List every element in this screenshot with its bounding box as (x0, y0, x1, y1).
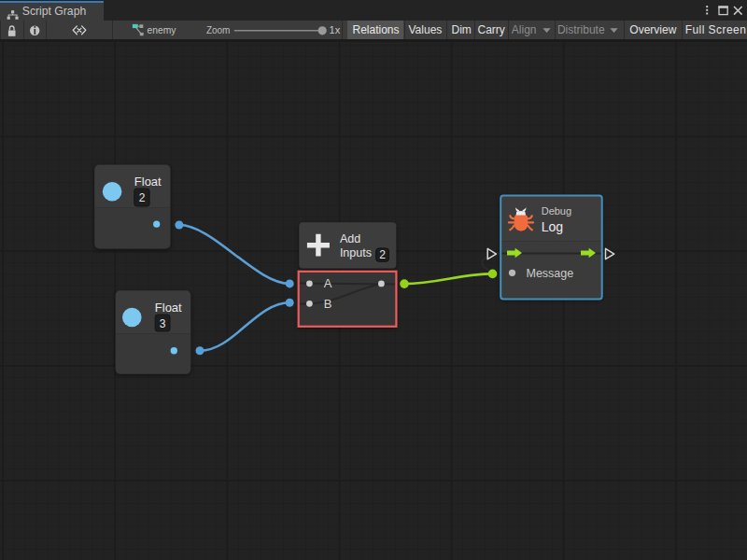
svg-text:Add: Add (340, 232, 360, 245)
svg-text:3: 3 (160, 317, 166, 330)
svg-text:Float: Float (134, 175, 162, 189)
svg-text:2: 2 (139, 191, 146, 204)
svg-text:2: 2 (379, 248, 386, 261)
svg-text:Float: Float (155, 301, 182, 315)
svg-text:Inputs: Inputs (340, 246, 372, 259)
svg-text:A: A (324, 276, 332, 290)
svg-text:Log: Log (542, 219, 563, 234)
svg-text:Message: Message (527, 267, 574, 280)
svg-text:Debug: Debug (542, 205, 571, 217)
svg-text:B: B (324, 297, 332, 311)
